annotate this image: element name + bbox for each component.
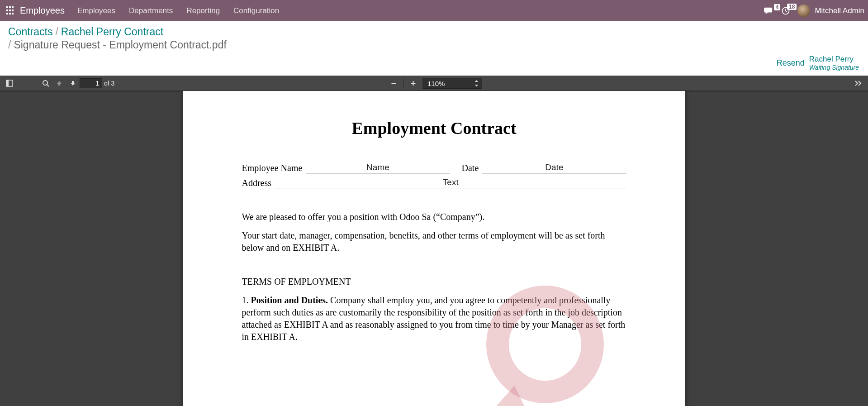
text-placeholder: Text [443,177,459,187]
menu-employees[interactable]: Employees [77,6,115,15]
svg-rect-7 [413,81,413,86]
user-name: Mitchell Admin [815,6,864,15]
tools-icon[interactable] [852,77,865,90]
terms-heading: TERMS OF EMPLOYMENT [242,277,626,287]
zoom-in-icon[interactable] [406,77,420,90]
svg-rect-5 [391,83,396,84]
action-row: Resend Rachel Perry Waiting Signature [0,53,868,76]
resend-button[interactable]: Resend [777,58,805,68]
field-employee-name-label: Employee Name [242,163,303,173]
messages-icon[interactable]: 4 [764,7,774,15]
breadcrumb-area: Contracts / Rachel Perry Contract / Sign… [0,21,868,53]
field-employee-name-line[interactable]: Name [306,163,450,173]
breadcrumb-contracts[interactable]: Contracts [8,26,52,38]
field-employee-name-row: Employee Name Name Date Date [242,163,626,173]
signature-status[interactable]: Rachel Perry Waiting Signature [809,55,859,71]
apps-icon[interactable] [6,6,15,15]
toggle-sidebar-icon[interactable] [3,77,16,90]
term-1-num: 1. [242,295,251,305]
term-1-title: Position and Duties. [251,295,328,305]
zoom-value: 110% [427,80,445,87]
top-menu: Employees Departments Reporting Configur… [77,6,279,15]
doc-para1: We are pleased to offer you a position w… [242,211,626,223]
pdf-toolbar: of 3 110% [0,76,868,91]
breadcrumb-sep: / [8,39,11,51]
signer-name: Rachel Perry [809,55,859,64]
breadcrumb-current: Signature Request - Employment Contract.… [14,39,226,51]
activities-icon[interactable]: 18 [781,6,790,15]
doc-para2: Your start date, manager, compensation, … [242,229,626,254]
date-placeholder: Date [545,162,563,172]
page-input[interactable] [80,78,102,88]
field-address-line[interactable]: Text [275,178,626,188]
app-brand[interactable]: Employees [20,5,65,16]
pdf-viewport[interactable]: Employment Contract Employee Name Name D… [0,91,868,406]
top-navbar: Employees Employees Departments Reportin… [0,0,868,21]
pdf-page: Employment Contract Employee Name Name D… [183,91,685,406]
avatar [797,5,810,17]
field-date-label: Date [462,163,479,173]
page-of-label: of 3 [104,80,114,87]
menu-departments[interactable]: Departments [129,6,173,15]
field-date-line[interactable]: Date [482,163,626,173]
menu-configuration[interactable]: Configuration [233,6,279,15]
name-placeholder: Name [366,162,389,172]
prev-page-icon[interactable] [52,77,66,90]
svg-line-4 [47,85,49,86]
zoom-out-icon[interactable] [387,77,400,90]
doc-body: We are pleased to offer you a position w… [242,211,626,254]
svg-rect-2 [6,80,9,86]
doc-title: Employment Contract [242,118,626,138]
breadcrumb: Contracts / Rachel Perry Contract [8,26,860,38]
breadcrumb-contract-name[interactable]: Rachel Perry Contract [61,26,163,38]
menu-reporting[interactable]: Reporting [186,6,220,15]
breadcrumb-sep: / [55,26,58,38]
activities-badge: 18 [787,4,797,10]
zoom-select[interactable]: 110% [422,78,481,89]
chevron-updown-icon [474,80,478,86]
find-icon[interactable] [39,77,52,90]
signer-status: Waiting Signature [809,64,859,71]
field-address-label: Address [242,178,272,188]
messages-badge: 4 [774,4,781,10]
field-address-row: Address Text [242,178,626,188]
next-page-icon[interactable] [66,77,80,90]
user-menu[interactable]: Mitchell Admin [797,5,864,17]
svg-point-3 [43,81,47,85]
